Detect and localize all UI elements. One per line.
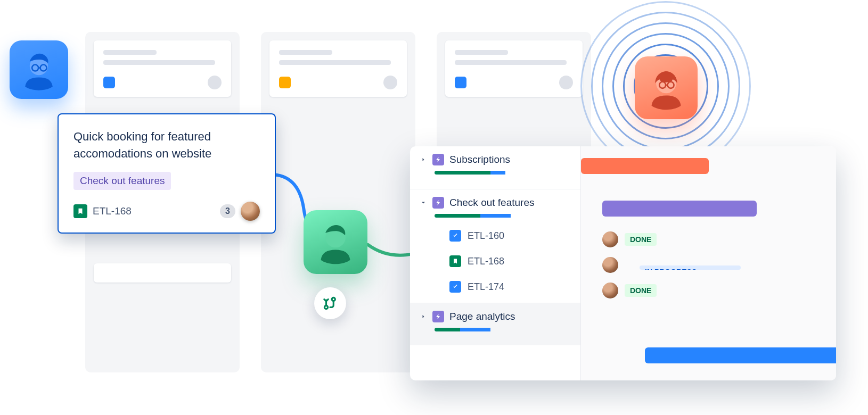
status-badge[interactable]: DONE	[625, 233, 657, 246]
task-icon	[449, 230, 461, 242]
assignee-avatar[interactable]	[602, 283, 618, 298]
epic-link-tag[interactable]: Check out features	[73, 172, 171, 190]
avatar	[10, 40, 68, 99]
child-issue-row[interactable]: ETL-168	[420, 248, 571, 274]
card-placeholder[interactable]	[445, 40, 583, 97]
progress-bar	[435, 214, 536, 218]
epic-row[interactable]: Check out features ETL-160 ETL-168 ETL-1…	[410, 189, 580, 303]
card-placeholder[interactable]	[269, 40, 407, 97]
pull-request-icon[interactable]	[314, 287, 346, 319]
story-icon	[73, 204, 87, 218]
epic-icon	[432, 311, 444, 322]
avatar-placeholder-icon	[208, 76, 222, 89]
card-placeholder[interactable]	[94, 263, 231, 283]
task-icon	[449, 281, 461, 293]
child-status-row: DONE	[602, 231, 657, 247]
issue-key: ETL-160	[468, 230, 504, 242]
story-icon	[449, 255, 461, 267]
progress-bar	[435, 171, 536, 175]
issue-title: Quick booking for featured accomodations…	[73, 128, 260, 162]
child-status-row: IN PROGRESS	[602, 257, 741, 273]
assignee-avatar[interactable]	[602, 231, 618, 247]
status-badge[interactable]: IN PROGRESS	[640, 265, 741, 270]
issue-type-icon	[279, 77, 291, 88]
child-issue-row[interactable]: ETL-160	[420, 223, 571, 248]
card-placeholder[interactable]	[94, 40, 231, 97]
child-issue-row[interactable]: ETL-174	[420, 274, 571, 300]
avatar-placeholder-icon	[559, 76, 573, 89]
timeline-bar[interactable]	[602, 201, 757, 217]
progress-bar	[435, 328, 536, 331]
avatar-placeholder-icon	[383, 76, 397, 89]
timeline-bar[interactable]	[645, 347, 836, 363]
issue-card-featured[interactable]: Quick booking for featured accomodations…	[58, 113, 276, 234]
roadmap-timeline[interactable]: DONE IN PROGRESS DONE	[580, 146, 836, 380]
epic-name: Check out features	[449, 197, 534, 209]
epic-icon	[432, 154, 444, 165]
roadmap-epic-list: Subscriptions Check out features ETL-160	[410, 146, 580, 380]
avatar	[304, 210, 367, 274]
timeline-bar[interactable]	[581, 158, 709, 174]
epic-name: Subscriptions	[449, 154, 510, 165]
child-status-row: DONE	[602, 283, 657, 298]
issue-key: ETL-174	[468, 281, 504, 293]
epic-row[interactable]: Page analytics	[410, 303, 580, 345]
status-badge[interactable]: DONE	[625, 284, 657, 297]
chevron-right-icon[interactable]	[420, 156, 427, 163]
issue-key[interactable]: ETL-168	[93, 205, 132, 217]
issue-key: ETL-168	[468, 256, 504, 267]
chevron-down-icon[interactable]	[420, 199, 427, 206]
roadmap-panel: Subscriptions Check out features ETL-160	[410, 146, 836, 380]
epic-name: Page analytics	[449, 311, 515, 322]
issue-type-icon	[455, 77, 466, 88]
chevron-right-icon[interactable]	[420, 313, 427, 320]
issue-type-icon	[103, 77, 115, 88]
epic-row[interactable]: Subscriptions	[410, 146, 580, 189]
avatar	[635, 56, 698, 119]
assignee-avatar[interactable]	[241, 202, 260, 221]
epic-icon	[432, 197, 444, 209]
story-points-badge: 3	[220, 204, 235, 218]
assignee-avatar[interactable]	[602, 257, 618, 273]
